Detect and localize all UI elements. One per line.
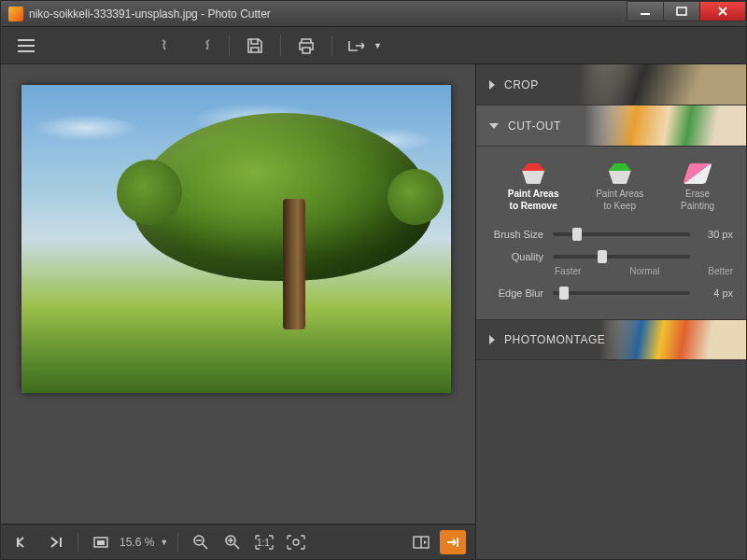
maximize-button[interactable] bbox=[663, 1, 700, 21]
tool-label: to Remove bbox=[510, 201, 557, 211]
tree-trunk bbox=[283, 199, 305, 329]
canvas-viewport[interactable] bbox=[1, 64, 475, 524]
svg-text:1:1: 1:1 bbox=[257, 538, 270, 548]
panel-crop[interactable]: CROP bbox=[476, 64, 746, 105]
hamburger-icon bbox=[17, 38, 35, 53]
brush-size-slider[interactable] bbox=[553, 232, 690, 236]
edge-blur-row: Edge Blur 4 px bbox=[489, 287, 733, 299]
quality-label: Quality bbox=[489, 251, 543, 262]
cutout-controls: Paint Areasto Remove Paint Areasto Keep … bbox=[476, 147, 746, 319]
chevron-down-icon bbox=[489, 123, 499, 129]
menu-button[interactable] bbox=[10, 33, 42, 59]
quality-tick-better: Better bbox=[708, 266, 733, 276]
prev-image-button[interactable] bbox=[10, 530, 36, 554]
svg-rect-3 bbox=[97, 540, 105, 545]
quality-row: Quality bbox=[489, 251, 733, 262]
apply-button[interactable] bbox=[440, 530, 466, 554]
quality-tick-normal: Normal bbox=[629, 266, 659, 276]
close-button[interactable] bbox=[699, 1, 746, 21]
tool-label: Paint Areas bbox=[508, 189, 559, 199]
brush-size-row: Brush Size 30 px bbox=[489, 229, 733, 240]
svg-rect-1 bbox=[677, 7, 686, 15]
app-icon bbox=[8, 7, 23, 21]
minimize-button[interactable] bbox=[627, 1, 664, 21]
edge-blur-value: 4 px bbox=[699, 287, 733, 299]
next-image-button[interactable] bbox=[42, 530, 68, 554]
brush-size-value: 30 px bbox=[699, 229, 733, 240]
edge-blur-label: Edge Blur bbox=[489, 287, 543, 299]
brush-size-label: Brush Size bbox=[489, 229, 543, 240]
chevron-down-icon[interactable]: ▼ bbox=[160, 538, 168, 547]
redo-button[interactable] bbox=[188, 33, 219, 59]
side-panel: CROP CUT-OUT Paint Areasto Remove Paint … bbox=[475, 64, 746, 559]
zoom-in-button[interactable] bbox=[219, 530, 246, 554]
titlebar[interactable]: niko-soikkeli-333391-unsplash.jpg - Phot… bbox=[1, 1, 746, 27]
quality-tick-faster: Faster bbox=[555, 266, 581, 276]
panel-crop-label: CROP bbox=[504, 78, 539, 91]
chevron-down-icon: ▼ bbox=[374, 41, 382, 50]
zoom-out-button[interactable] bbox=[188, 530, 214, 554]
undo-button[interactable] bbox=[152, 33, 184, 59]
print-button[interactable] bbox=[290, 33, 322, 59]
tool-label: Painting bbox=[681, 201, 714, 211]
brush-remove-icon bbox=[522, 163, 544, 184]
zoom-actual-button[interactable]: 1:1 bbox=[251, 530, 277, 554]
compare-button[interactable] bbox=[408, 530, 434, 554]
fit-screen-button[interactable] bbox=[88, 530, 114, 554]
window-title: niko-soikkeli-333391-unsplash.jpg - Phot… bbox=[29, 7, 627, 21]
tool-erase[interactable]: ErasePainting bbox=[679, 160, 716, 216]
toolbar: ▼ bbox=[1, 27, 746, 64]
separator bbox=[229, 35, 230, 56]
save-icon bbox=[247, 37, 263, 54]
panel-cutout[interactable]: CUT-OUT bbox=[476, 105, 746, 147]
tool-label: Erase bbox=[685, 189, 710, 199]
tool-label: Paint Areas bbox=[596, 189, 643, 199]
svg-rect-0 bbox=[641, 13, 650, 15]
quality-slider[interactable] bbox=[553, 255, 690, 259]
panel-photomontage-label: PHOTOMONTAGE bbox=[504, 333, 605, 346]
panel-cutout-label: CUT-OUT bbox=[508, 119, 561, 133]
chevron-right-icon bbox=[489, 80, 495, 90]
edge-blur-slider[interactable] bbox=[553, 291, 690, 295]
statusbar: 15.6 % ▼ 1:1 bbox=[1, 524, 475, 559]
export-icon bbox=[347, 38, 368, 53]
app-window: niko-soikkeli-333391-unsplash.jpg - Phot… bbox=[0, 0, 747, 560]
print-icon bbox=[297, 37, 316, 54]
zoom-fit-button[interactable] bbox=[283, 530, 309, 554]
separator bbox=[280, 35, 281, 56]
export-button[interactable] bbox=[342, 33, 374, 59]
tool-label: to Keep bbox=[603, 201, 635, 211]
tool-paint-remove[interactable]: Paint Areasto Remove bbox=[506, 160, 561, 216]
panel-photomontage[interactable]: PHOTOMONTAGE bbox=[476, 319, 746, 360]
undo-icon bbox=[160, 39, 176, 52]
tool-paint-keep[interactable]: Paint Areasto Keep bbox=[594, 160, 645, 216]
brush-keep-icon bbox=[609, 163, 631, 184]
chevron-right-icon bbox=[489, 335, 495, 344]
canvas-area: 15.6 % ▼ 1:1 bbox=[1, 64, 475, 559]
tool-row: Paint Areasto Remove Paint Areasto Keep … bbox=[489, 160, 733, 216]
zoom-level: 15.6 % bbox=[120, 536, 154, 549]
redo-icon bbox=[195, 39, 212, 52]
window-controls bbox=[627, 1, 746, 26]
content: 15.6 % ▼ 1:1 CROP CUT-OUT bbox=[1, 64, 746, 559]
photo[interactable] bbox=[21, 85, 451, 393]
save-button[interactable] bbox=[239, 33, 271, 59]
quality-ticks: Faster Normal Better bbox=[555, 266, 733, 276]
separator bbox=[331, 35, 332, 56]
eraser-icon bbox=[683, 163, 712, 184]
svg-point-7 bbox=[293, 539, 299, 545]
